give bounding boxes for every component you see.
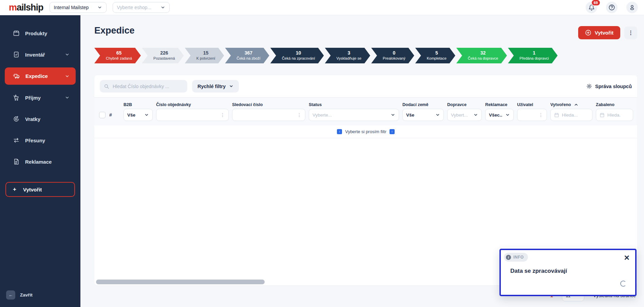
arrow-up-icon: ↑ [337, 129, 342, 134]
status-step-chybn-zadan-[interactable]: 65Chybně zadaná [94, 48, 141, 63]
chevron-down-icon [65, 52, 70, 57]
plus-circle-icon [585, 29, 591, 36]
user-filter-input-box: ⋮ [517, 109, 547, 121]
step-label: Prealokovaný [383, 56, 405, 61]
sidebar-item-label: Inventář [25, 52, 45, 58]
quick-filters-label: Rychlé filtry [197, 84, 226, 89]
sidebar-item-p-jmy[interactable]: Příjmy [5, 89, 76, 106]
carrier-filter-select[interactable]: Vybert... [447, 109, 482, 121]
column-header: Číslo objednávky [156, 101, 229, 108]
sort-ascending-icon[interactable] [574, 102, 579, 107]
step-count: 32 [480, 50, 486, 56]
sidebar-create-button[interactable]: + Vytvořit [5, 182, 75, 197]
column-header: Sledovací číslo [232, 101, 305, 108]
column-claims: ReklamaceVšec... [485, 101, 517, 121]
filter-select-value: Vyberte... [312, 112, 388, 118]
status-step-kompletace[interactable]: 5Kompletace [415, 48, 455, 63]
sidebar-item-invent-[interactable]: Inventář [5, 46, 76, 63]
logo-prefix: m [9, 2, 17, 13]
more-options-button[interactable]: ⋮ [624, 26, 637, 39]
delivery-country-filter-select[interactable]: Vše [402, 109, 444, 121]
kebab-icon[interactable]: ⋮ [220, 112, 225, 118]
order-number-filter-input[interactable] [160, 112, 217, 118]
claims-icon [13, 158, 20, 165]
truck-icon [13, 73, 20, 80]
chevron-down-icon [505, 112, 510, 117]
calendar-icon[interactable] [554, 112, 559, 118]
status-step-vysklad-uje-se[interactable]: 3Vyskladňuje se [325, 48, 370, 63]
column-created: Vytvořeno [550, 101, 596, 121]
manage-columns-label: Správa sloupců [595, 84, 632, 89]
sidebar-item-label: Expedice [25, 73, 48, 79]
help-button[interactable] [606, 2, 618, 13]
sidebar-item-produkty[interactable]: Produkty [5, 25, 76, 42]
sidebar-create-label: Vytvořit [23, 187, 42, 192]
select-all-checkbox[interactable] [99, 112, 106, 118]
sidebar-item-reklamace[interactable]: Reklamace [5, 153, 76, 170]
filter-select-value: Vše [127, 112, 141, 118]
sidebar-item-p-esuny[interactable]: Přesuny [5, 132, 76, 149]
search-input[interactable] [113, 84, 183, 89]
organization-select[interactable]: Internal Mailstep [50, 2, 107, 13]
eshop-select[interactable]: Vyberte eshop... [113, 2, 170, 13]
collapse-sidebar-button[interactable]: ← [6, 290, 15, 300]
sidebar-item-vratky[interactable]: Vratky [5, 110, 76, 127]
status-step--ek-na-zbo-[interactable]: 367Čeká na zboží [225, 48, 269, 63]
column-header: Dodací země [402, 101, 444, 108]
filter-select-value: Vše [406, 112, 433, 118]
status-filter-select[interactable]: Vyberte... [309, 109, 399, 121]
notifications-button[interactable]: 69 [586, 2, 597, 13]
column-header: B2B [124, 101, 153, 108]
package-icon [13, 30, 20, 37]
tracking-number-filter-input[interactable] [236, 112, 294, 118]
status-step--ek-na-zpracov-n-[interactable]: 10Čeká na zpracování [270, 48, 324, 63]
sidebar-item-expedice[interactable]: Expedice [5, 67, 76, 85]
chevron-down-icon [435, 112, 440, 117]
status-step-k-potvrzen-[interactable]: 15K potvrzení [185, 48, 224, 63]
manage-columns-button[interactable]: Správa sloupců [586, 83, 632, 89]
step-count: 65 [116, 50, 122, 56]
column-header-label: Uživatel [517, 102, 533, 107]
step-count: 1 [533, 50, 535, 56]
create-expedition-button[interactable]: Vytvořit [578, 26, 620, 39]
sidebar-close-label[interactable]: Zavřít [20, 292, 33, 298]
status-step--ek-na-dopravce[interactable]: 32Čeká na dopravce [456, 48, 507, 63]
row-number-header: # [109, 112, 112, 118]
sidebar-item-label: Přesuny [25, 138, 45, 143]
column-status: StatusVyberte... [309, 101, 402, 121]
b2b-filter-select[interactable]: Vše [124, 109, 153, 121]
step-count: 226 [160, 50, 168, 56]
step-count: 0 [393, 50, 396, 56]
kebab-icon[interactable]: ⋮ [538, 112, 543, 118]
step-count: 5 [435, 50, 438, 56]
tracking-number-filter-input-box: ⋮ [232, 109, 305, 121]
user-menu-button[interactable] [626, 2, 638, 13]
status-steps: 65Chybně zadaná226Pozastavená15K potvrze… [94, 48, 637, 63]
filter-select-value: Vybert... [451, 112, 471, 118]
step-label: Čeká na zpracování [282, 56, 315, 61]
calendar-icon[interactable] [600, 112, 605, 118]
created-date-filter-input[interactable] [562, 112, 589, 118]
status-step-pozastaven-[interactable]: 226Pozastavená [142, 48, 184, 63]
toast-close-button[interactable]: ✕ [624, 254, 630, 261]
mailship-logo[interactable]: mailship [9, 2, 43, 13]
status-step-p-ed-na-dopravci[interactable]: 1Předána dopravci [508, 48, 557, 63]
search-icon [104, 84, 109, 89]
logo-rest: ailship [17, 2, 43, 13]
quick-filters-button[interactable]: Rychlé filtry [192, 80, 239, 93]
kebab-icon[interactable]: ⋮ [297, 112, 302, 118]
user-filter-input[interactable] [521, 112, 536, 118]
scrollbar-thumb[interactable] [96, 280, 265, 284]
packed-date-filter-input[interactable] [607, 112, 629, 118]
order-number-filter-input-box: ⋮ [156, 109, 229, 121]
chevron-down-icon [65, 95, 70, 100]
user-icon [629, 4, 636, 11]
plus-icon: + [13, 186, 16, 193]
column-header-label: Dopravce [447, 102, 467, 107]
sidebar-item-label: Reklamace [25, 159, 52, 165]
status-step-prealokovan-[interactable]: 0Prealokovaný [371, 48, 414, 63]
step-label: Čeká na zboží [236, 56, 260, 61]
search-box[interactable] [100, 80, 187, 93]
returns-icon [13, 116, 20, 122]
claims-filter-select[interactable]: Všec... [485, 109, 514, 121]
